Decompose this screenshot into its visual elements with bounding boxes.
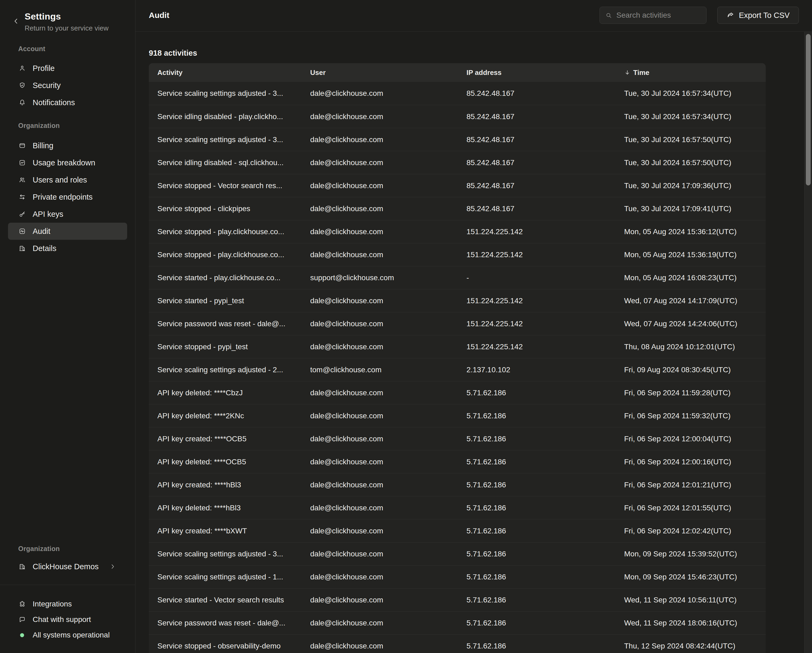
status-label: All systems operational xyxy=(33,631,110,639)
table-row: Service scaling settings adjusted - 1...… xyxy=(149,565,766,588)
cell-ip-address: 5.71.62.186 xyxy=(458,550,615,558)
search-input[interactable] xyxy=(617,11,701,20)
cell-ip-address: 151.224.225.142 xyxy=(458,227,615,236)
endpoints-icon xyxy=(19,194,26,200)
table-row: Service stopped - pypi_testdale@clickhou… xyxy=(149,335,766,358)
sidebar-item-private-endpoints[interactable]: Private endpoints xyxy=(8,188,127,206)
shield-icon xyxy=(19,82,26,89)
cell-user: dale@clickhouse.com xyxy=(302,89,458,98)
sidebar-item-label: Security xyxy=(33,81,61,90)
column-header-user[interactable]: User xyxy=(302,69,458,77)
sidebar-item-label: Private endpoints xyxy=(33,193,93,201)
cell-time: Tue, 30 Jul 2024 17:09:36(UTC) xyxy=(615,182,766,190)
footer-item-integrations[interactable]: Integrations xyxy=(8,596,127,612)
sidebar-item-label: Audit xyxy=(33,227,50,236)
cell-time: Fri, 06 Sep 2024 12:00:04(UTC) xyxy=(615,435,766,443)
cell-activity: Service password was reset - dale@... xyxy=(149,320,302,328)
sidebar-item-usage-breakdown[interactable]: Usage breakdown xyxy=(8,154,127,171)
cell-user: dale@clickhouse.com xyxy=(302,112,458,121)
cell-ip-address: 5.71.62.186 xyxy=(458,619,615,627)
audit-icon xyxy=(19,228,26,235)
cell-activity: Service stopped - clickpipes xyxy=(149,204,302,213)
sidebar-item-profile[interactable]: Profile xyxy=(8,60,127,77)
column-header-ip-address[interactable]: IP address xyxy=(458,69,615,77)
scrollbar-track[interactable] xyxy=(804,32,812,653)
cell-time: Fri, 06 Sep 2024 12:00:16(UTC) xyxy=(615,458,766,466)
cell-user: dale@clickhouse.com xyxy=(302,435,458,443)
table-row: Service scaling settings adjusted - 3...… xyxy=(149,128,766,151)
export-csv-button[interactable]: Export To CSV xyxy=(717,7,799,24)
sidebar-item-billing[interactable]: Billing xyxy=(8,137,127,154)
table-body: Service scaling settings adjusted - 3...… xyxy=(149,82,766,653)
chat-icon xyxy=(19,616,26,623)
column-header-time[interactable]: Time xyxy=(615,69,766,77)
table-row: Service stopped - play.clickhouse.co...d… xyxy=(149,220,766,243)
cell-ip-address: 85.242.48.167 xyxy=(458,182,615,190)
sidebar-item-api-keys[interactable]: API keys xyxy=(8,206,127,223)
sidebar-item-audit[interactable]: Audit xyxy=(8,223,127,240)
table-row: API key deleted: ****2KNcdale@clickhouse… xyxy=(149,404,766,427)
table-row: Service idling disabled - sql.clickhou..… xyxy=(149,151,766,174)
puzzle-icon xyxy=(19,601,26,607)
cell-activity: Service scaling settings adjusted - 3... xyxy=(149,550,302,558)
back-button[interactable] xyxy=(10,15,22,27)
cell-time: Fri, 06 Sep 2024 12:01:21(UTC) xyxy=(615,481,766,489)
scrollbar-thumb[interactable] xyxy=(806,34,810,185)
table-row: API key deleted: ****OCB5dale@clickhouse… xyxy=(149,450,766,473)
org-switcher[interactable]: ClickHouse Demos xyxy=(8,558,127,575)
table-row: Service stopped - Vector search res...da… xyxy=(149,174,766,197)
table-row: Service scaling settings adjusted - 2...… xyxy=(149,358,766,381)
table-row: API key deleted: ****CbzJdale@clickhouse… xyxy=(149,381,766,404)
sidebar-item-details[interactable]: Details xyxy=(8,240,127,257)
sidebar-item-security[interactable]: Security xyxy=(8,77,127,94)
cell-time: Tue, 30 Jul 2024 16:57:34(UTC) xyxy=(615,112,766,121)
cell-ip-address: 151.224.225.142 xyxy=(458,320,615,328)
cell-ip-address: 5.71.62.186 xyxy=(458,389,615,397)
organization-nav: BillingUsage breakdownUsers and rolesPri… xyxy=(0,137,135,257)
export-icon xyxy=(727,12,734,19)
cell-activity: Service idling disabled - sql.clickhou..… xyxy=(149,159,302,167)
cell-ip-address: 5.71.62.186 xyxy=(458,481,615,489)
cell-ip-address: 85.242.48.167 xyxy=(458,159,615,167)
cell-user: dale@clickhouse.com xyxy=(302,458,458,466)
sidebar-item-label: Users and roles xyxy=(33,175,87,185)
table-row: Service stopped - play.clickhouse.co...d… xyxy=(149,243,766,266)
settings-subtitle[interactable]: Return to your service view xyxy=(24,24,109,32)
cell-activity: Service stopped - pypi_test xyxy=(149,343,302,351)
column-header-label: Activity xyxy=(157,69,183,77)
sort-desc-icon xyxy=(624,69,630,76)
cell-activity: API key created: ****bXWT xyxy=(149,527,302,535)
column-header-activity[interactable]: Activity xyxy=(149,69,302,77)
page-title: Audit xyxy=(149,11,169,20)
cell-activity: Service stopped - observability-demo xyxy=(149,642,302,650)
cell-time: Wed, 11 Sep 2024 18:06:16(UTC) xyxy=(615,619,766,627)
cell-activity: Service idling disabled - play.clickho..… xyxy=(149,112,302,121)
table-row: Service idling disabled - play.clickho..… xyxy=(149,105,766,128)
settings-title: Settings xyxy=(24,11,61,22)
footer-item-chat-with-support[interactable]: Chat with support xyxy=(8,612,127,627)
billing-icon xyxy=(19,142,26,149)
sidebar-item-label: Details xyxy=(33,244,56,253)
chevron-left-icon xyxy=(12,18,20,26)
cell-time: Mon, 05 Aug 2024 15:36:12(UTC) xyxy=(615,227,766,236)
table-row: Service started - pypi_testdale@clickhou… xyxy=(149,289,766,312)
sidebar-item-notifications[interactable]: Notifications xyxy=(8,94,127,111)
org-name: ClickHouse Demos xyxy=(33,562,110,571)
building-icon xyxy=(19,245,26,252)
cell-user: dale@clickhouse.com xyxy=(302,642,458,650)
account-nav: ProfileSecurityNotifications xyxy=(0,60,135,111)
cell-user: dale@clickhouse.com xyxy=(302,527,458,535)
sidebar-item-users-and-roles[interactable]: Users and roles xyxy=(8,171,127,188)
sidebar-item-label: Usage breakdown xyxy=(33,159,95,167)
search-icon xyxy=(605,12,612,19)
cell-ip-address: 85.242.48.167 xyxy=(458,112,615,121)
cell-user: dale@clickhouse.com xyxy=(302,481,458,489)
cell-time: Fri, 06 Sep 2024 11:59:28(UTC) xyxy=(615,389,766,397)
system-status[interactable]: All systems operational xyxy=(8,627,127,643)
sidebar-item-label: Billing xyxy=(33,141,53,150)
sidebar-item-label: Profile xyxy=(33,64,55,73)
cell-user: dale@clickhouse.com xyxy=(302,320,458,328)
table-header-row: ActivityUserIP addressTime xyxy=(149,63,766,82)
cell-activity: API key deleted: ****hBl3 xyxy=(149,503,302,512)
cell-time: Wed, 11 Sep 2024 10:56:11(UTC) xyxy=(615,596,766,604)
